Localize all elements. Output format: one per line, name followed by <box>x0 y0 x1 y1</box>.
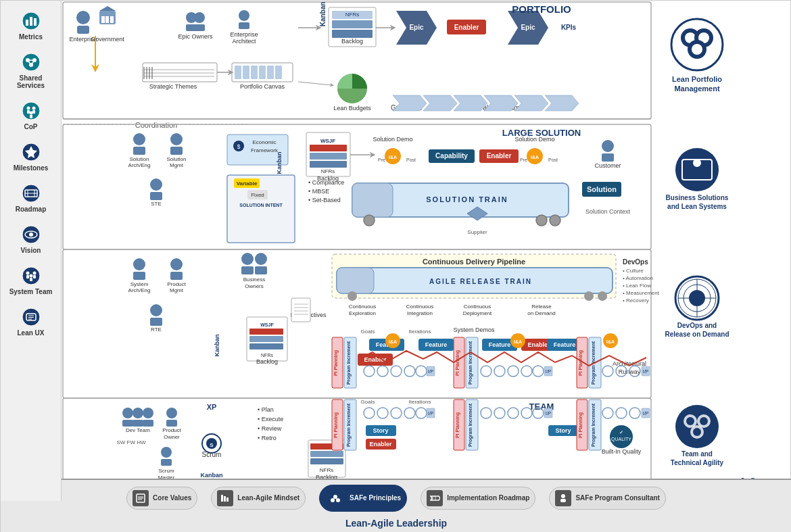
svg-point-290 <box>602 408 613 418</box>
sidebar-item-lean-ux[interactable]: Lean UX <box>4 304 58 339</box>
diagram-svg: PORTFOLIO Coordination Enterprise Govern… <box>62 1 791 508</box>
epic-owners-label: Epic Owners <box>178 33 213 40</box>
svg-rect-3 <box>34 18 37 26</box>
svg-rect-154 <box>150 318 162 326</box>
art-label: AGILE RELEASE TRAIN <box>429 278 532 285</box>
svg-text:Post: Post <box>548 158 558 162</box>
svg-text:I&A: I&A <box>606 339 615 344</box>
svg-rect-176 <box>291 298 310 322</box>
svg-text:Feature: Feature <box>554 341 576 348</box>
svg-text:Story: Story <box>555 427 571 434</box>
kanban-large-solution-label: Kanban <box>276 151 283 174</box>
svg-rect-164 <box>337 268 374 293</box>
safe-program-consultant-item[interactable]: SAFe Program Consultant <box>549 487 665 510</box>
main-container: Metrics Shared Services <box>0 0 791 532</box>
svg-point-242 <box>122 408 133 418</box>
svg-text:Program Increment: Program Increment <box>591 403 596 447</box>
svg-text:NFRs: NFRs <box>320 467 333 473</box>
svg-text:Epic: Epic <box>409 24 424 31</box>
sidebar-item-metrics[interactable]: Metrics <box>4 7 58 43</box>
svg-rect-114 <box>310 153 347 160</box>
strategic-themes-label: Strategic Themes <box>149 83 197 90</box>
svg-marker-89 <box>423 95 457 111</box>
svg-rect-49 <box>110 16 114 23</box>
svg-text:Fixed: Fixed <box>251 192 264 198</box>
svg-text:Mgmt: Mgmt <box>170 162 184 168</box>
sidebar-item-shared-services[interactable]: Shared Services <box>4 49 58 92</box>
svg-point-153 <box>150 304 162 316</box>
svg-point-280 <box>364 408 375 418</box>
svg-text:Business Solutions: Business Solutions <box>666 194 729 201</box>
svg-point-223 <box>494 366 505 377</box>
sidebar-item-system-team[interactable]: System Team <box>4 262 58 298</box>
svg-text:NFRs: NFRs <box>261 353 273 358</box>
svg-text:Feature: Feature <box>489 341 511 348</box>
svg-rect-340 <box>226 498 229 502</box>
svg-marker-88 <box>393 95 427 111</box>
svg-rect-104 <box>150 192 162 200</box>
lean-agile-mindset-item[interactable]: Lean-Agile Mindset <box>211 487 306 510</box>
svg-rect-159 <box>255 266 267 274</box>
solution-demo-ls-label: Solution Demo <box>373 136 412 143</box>
svg-text:Feature: Feature <box>425 341 448 348</box>
svg-rect-44 <box>77 26 89 34</box>
svg-marker-90 <box>454 95 487 111</box>
svg-text:Arch/Eng: Arch/Eng <box>128 287 151 293</box>
svg-text:Continuous: Continuous <box>406 304 433 310</box>
svg-text:I&A: I&A <box>514 339 522 344</box>
sidebar-item-cop[interactable]: CoP <box>4 97 58 133</box>
kanban-team-label: Kanban <box>200 472 222 479</box>
svg-rect-51 <box>143 63 217 82</box>
content-area: PORTFOLIO Coordination Enterprise Govern… <box>62 1 791 532</box>
svg-point-12 <box>26 107 30 110</box>
metrics-icon <box>20 10 42 32</box>
implementation-roadmap-item[interactable]: Implementation Roadmap <box>421 487 535 510</box>
shared-services-icon <box>20 51 42 73</box>
core-values-item[interactable]: Core Values <box>126 487 197 510</box>
svg-rect-350 <box>560 499 566 502</box>
svg-point-225 <box>521 366 532 377</box>
sidebar-item-milestones[interactable]: Milestones <box>4 139 58 174</box>
svg-point-287 <box>508 408 519 418</box>
bottom-bar: Core Values Lean-Agile Mindset SAFe Prin… <box>1 479 791 532</box>
svg-text:WSJF: WSJF <box>320 138 335 144</box>
sidebar-item-roadmap[interactable]: Roadmap <box>4 180 58 216</box>
implementation-roadmap-label: Implementation Roadmap <box>447 494 529 502</box>
safe-principles-item[interactable]: SAFe Principles <box>319 485 407 512</box>
cop-icon <box>20 100 42 122</box>
svg-rect-262 <box>310 458 343 464</box>
core-values-label: Core Values <box>153 494 191 502</box>
svg-marker-93 <box>545 95 579 111</box>
svg-rect-72 <box>239 22 249 29</box>
svg-point-13 <box>32 107 35 110</box>
svg-text:and Lean Systems: and Lean Systems <box>667 203 727 210</box>
svg-text:PI Planning: PI Planning <box>333 350 339 376</box>
svg-point-310 <box>692 44 702 55</box>
svg-rect-100 <box>170 147 183 155</box>
milestones-icon <box>20 141 42 163</box>
sidebar-item-vision[interactable]: Vision <box>4 221 58 257</box>
svg-marker-92 <box>514 95 548 111</box>
svg-text:QUALITY: QUALITY <box>611 437 631 442</box>
svg-rect-77 <box>332 20 373 28</box>
svg-rect-62 <box>243 66 249 79</box>
svg-text:Team and: Team and <box>681 450 713 458</box>
svg-text:I&A: I&A <box>389 155 397 160</box>
sidebar-label-milestones: Milestones <box>14 164 49 172</box>
svg-text:System: System <box>130 281 149 287</box>
svg-rect-66 <box>275 66 282 79</box>
safe-principles-icon <box>325 488 345 508</box>
svg-point-71 <box>239 10 249 21</box>
svg-text:• Lean Flow: • Lean Flow <box>623 283 651 289</box>
svg-point-252 <box>161 447 172 458</box>
svg-text:Solution Demo: Solution Demo <box>514 136 554 143</box>
vision-icon <box>20 224 42 245</box>
svg-text:DevOps and: DevOps and <box>677 322 717 329</box>
sw-fw-hw-label: SW FW HW <box>116 439 146 445</box>
svg-rect-184 <box>249 336 283 342</box>
svg-rect-261 <box>310 451 343 457</box>
svg-point-27 <box>29 233 33 237</box>
svg-text:Economic: Economic <box>252 139 276 145</box>
svg-text:Program Increment: Program Increment <box>346 341 352 385</box>
svg-point-166 <box>584 291 594 301</box>
